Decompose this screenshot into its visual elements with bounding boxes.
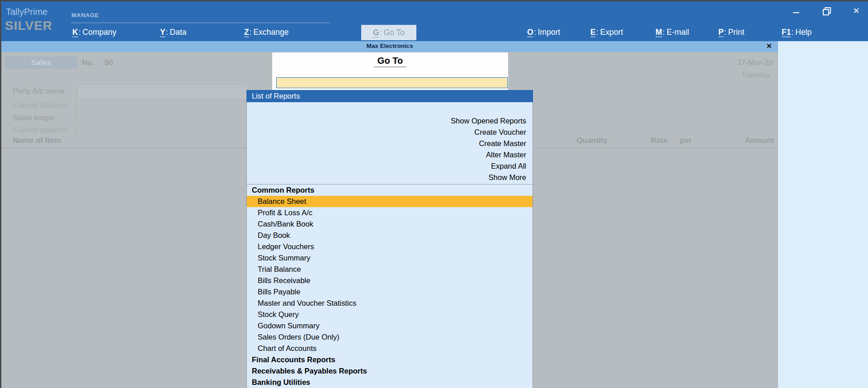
report-list-item[interactable]: Day Book xyxy=(247,230,533,241)
report-list-item[interactable]: Bills Payable xyxy=(247,286,533,298)
menu-item-print[interactable]: P:Print xyxy=(718,28,745,37)
column-header-per: per xyxy=(680,136,692,145)
goto-shortcut-key: G xyxy=(373,28,379,38)
column-header-name-of-item: Name of Item xyxy=(13,136,61,145)
report-action-show-opened-reports[interactable]: Show Opened Reports xyxy=(247,115,533,127)
shortcut-key: E xyxy=(590,28,596,37)
separator: : xyxy=(79,28,81,37)
column-header-rate: Rate xyxy=(651,136,667,145)
report-list-item[interactable]: Sales Orders (Due Only) xyxy=(247,331,533,343)
menu-item-help[interactable]: F1:Help xyxy=(782,28,811,37)
app-logo-line1: TallyPrime xyxy=(6,7,47,17)
voucher-type-badge: Sales xyxy=(5,57,77,69)
report-list-item[interactable]: Ledger Vouchers xyxy=(247,241,533,252)
menu-item-import[interactable]: O:Import xyxy=(527,28,560,37)
report-section-label: Receivables & Payables Reports xyxy=(247,365,533,377)
report-list-item[interactable]: Cash/Bank Book xyxy=(247,218,533,230)
shortcut-key: F1 xyxy=(782,28,791,37)
report-list-item[interactable]: Stock Query xyxy=(247,309,533,320)
report-section-label: Final Accounts Reports xyxy=(247,354,533,365)
field-label: Party A/c name xyxy=(13,87,65,96)
menu-item-label: Exchange xyxy=(254,28,289,37)
voucher-field-row: Party A/c name: xyxy=(1,85,282,98)
report-section-label: Banking Utilities xyxy=(247,377,533,388)
field-label: Sales ledger xyxy=(13,114,56,123)
company-title-bar: Max Electronics ✕ xyxy=(1,41,778,52)
field-colon: : xyxy=(75,126,77,135)
shortcut-key: K xyxy=(72,28,78,37)
report-list-item[interactable]: Chart of Accounts xyxy=(247,343,533,354)
column-header-amount: Amount xyxy=(745,136,774,145)
report-action-expand-all[interactable]: Expand All xyxy=(247,161,533,172)
field-colon: : xyxy=(75,87,77,96)
menu-item-label: Data xyxy=(170,28,187,37)
menu-item-label: Export xyxy=(600,28,623,37)
menu-item-label: Print xyxy=(728,28,745,37)
company-name: Max Electronics xyxy=(1,43,778,49)
report-action-create-master[interactable]: Create Master xyxy=(247,138,533,149)
voucher-field-row: Current balance: xyxy=(1,124,282,137)
menu-item-e-mail[interactable]: M:E-mail xyxy=(656,28,689,37)
popup-body: Show Opened ReportsCreate VoucherCreate … xyxy=(246,102,533,388)
report-action-show-more[interactable]: Show More xyxy=(247,172,533,183)
report-rows: Common ReportsBalance SheetProfit & Loss… xyxy=(247,185,533,388)
separator: : xyxy=(250,28,252,37)
report-list-item[interactable]: Bills Receivable xyxy=(247,275,533,286)
manage-section-label: MANAGE xyxy=(71,12,99,19)
report-list-item[interactable]: Godown Summary xyxy=(247,320,533,331)
app-edition-label: SILVER xyxy=(5,19,52,33)
voucher-day: Tuesday xyxy=(741,71,770,80)
separator: : xyxy=(791,28,793,37)
voucher-field-row: Current balance: xyxy=(1,99,282,112)
field-colon: : xyxy=(75,114,77,123)
field-label: Current balance xyxy=(13,101,67,110)
menu-item-label: Help xyxy=(795,28,811,37)
list-of-reports-popup: List of Reports Show Opened ReportsCreat… xyxy=(246,90,533,388)
goto-dialog-title: Go To xyxy=(272,56,508,66)
goto-search-input[interactable] xyxy=(276,77,508,88)
minimize-icon[interactable] xyxy=(790,7,802,17)
separator: : xyxy=(724,28,726,37)
tallyprime-window: TallyPrime SILVER MANAGE K:CompanyY:Data… xyxy=(0,0,868,388)
menu-item-label: Import xyxy=(538,28,561,37)
separator: : xyxy=(663,28,665,37)
voucher-no-value: 50 xyxy=(104,58,113,67)
shortcut-key: M xyxy=(656,28,662,37)
shortcut-key: Z xyxy=(244,28,249,37)
shortcut-key: Y xyxy=(160,28,165,37)
menu-item-exchange[interactable]: Z:Exchange xyxy=(244,28,288,37)
voucher-date: 17-Mar-20 xyxy=(737,58,773,67)
goto-separator: : xyxy=(380,28,382,38)
column-header-quantity: Quantity xyxy=(576,136,608,145)
report-list-item[interactable]: Profit & Loss A/c xyxy=(247,207,533,218)
report-section-label: Common Reports xyxy=(247,185,533,196)
field-label: Current balance xyxy=(13,126,67,135)
field-colon: : xyxy=(75,101,77,110)
goto-dialog: Go To xyxy=(272,52,509,94)
report-action-alter-master[interactable]: Alter Master xyxy=(247,149,533,161)
party-account-input xyxy=(79,85,246,98)
report-list-item[interactable]: Stock Summary xyxy=(247,252,533,264)
separator: : xyxy=(534,28,536,37)
shortcut-key: O xyxy=(527,28,533,37)
shortcut-key: P xyxy=(718,28,724,37)
popup-header: List of Reports xyxy=(246,90,533,102)
menu-item-export[interactable]: E:Export xyxy=(590,28,623,37)
restore-window-icon[interactable] xyxy=(821,6,832,16)
menu-item-data[interactable]: Y:Data xyxy=(160,28,187,37)
close-voucher-icon[interactable]: ✕ xyxy=(766,42,772,50)
goto-button-label: Go To xyxy=(384,28,405,38)
right-button-panel xyxy=(778,41,868,388)
report-list-item[interactable]: Trial Balance xyxy=(247,264,533,275)
report-list-item[interactable]: Master and Voucher Statistics xyxy=(247,298,533,309)
goto-title-underline xyxy=(374,66,406,67)
report-action-create-voucher[interactable]: Create Voucher xyxy=(247,127,533,138)
goto-menu-button[interactable]: G:Go To xyxy=(361,25,416,40)
report-list-item[interactable]: Balance Sheet xyxy=(247,196,533,207)
menu-item-company[interactable]: K:Company xyxy=(72,28,116,37)
voucher-no-label: No. xyxy=(82,58,94,67)
voucher-field-row: Sales ledger: xyxy=(1,112,282,124)
menu-item-label: E-mail xyxy=(666,28,689,37)
close-window-icon[interactable]: ✕ xyxy=(850,5,862,16)
separator: : xyxy=(596,28,599,37)
